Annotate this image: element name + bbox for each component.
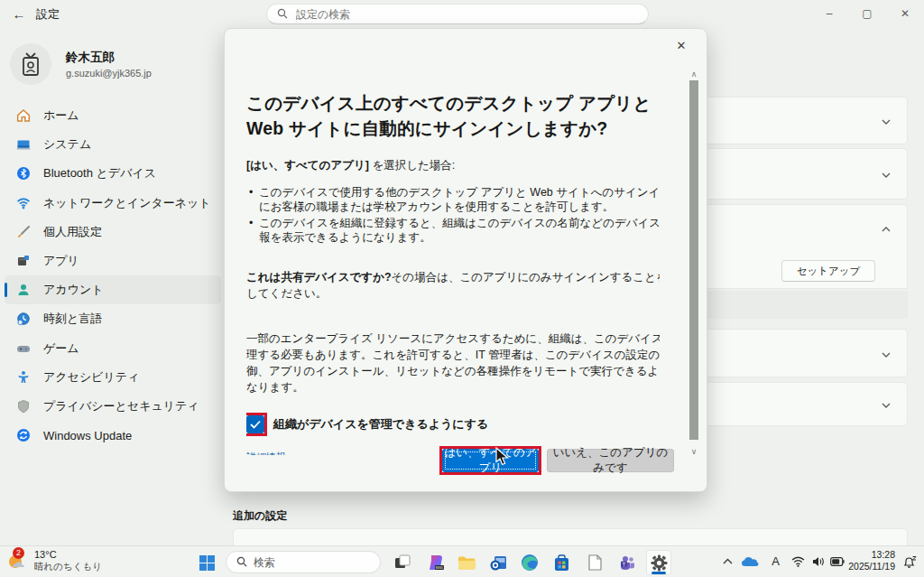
weather-text: 13°C 晴れのちくもり (34, 549, 102, 573)
teams-icon: T (618, 555, 636, 571)
user-name: 鈴木五郎 (66, 50, 152, 66)
bluetooth-icon (15, 166, 31, 181)
network-icon (15, 195, 31, 210)
bullet-line: このデバイスで使用する他のデスクトップ アプリと Web サイトへのサインイン (246, 185, 660, 200)
sidebar-item-privacy[interactable]: プライバシーとセキュリティ (5, 392, 221, 421)
settings-sidebar: 鈴木五郎 g.suzuki@yjk365.jp ホーム システム (0, 27, 226, 545)
notification-count-badge: 2 (13, 547, 24, 559)
sidebar-item-label: ネットワークとインターネット (43, 195, 211, 211)
bullet-line: このデバイスを組織に登録すると、組織はこのデバイスの名前などのデバイス情 (246, 216, 660, 230)
task-view-icon (394, 554, 411, 571)
weather-sun-cloud-icon: 2 (5, 550, 29, 573)
outlook-button[interactable] (485, 550, 511, 575)
back-button[interactable]: ← (7, 3, 31, 24)
file-explorer-button[interactable] (454, 550, 479, 575)
document-icon (588, 554, 602, 571)
document-button[interactable] (582, 550, 607, 575)
setup-button[interactable]: セットアップ (781, 260, 875, 282)
accessibility-icon (15, 369, 31, 385)
weather-widget[interactable]: 2 13°C 晴れのちくもり (5, 549, 102, 573)
apps-icon (15, 254, 31, 269)
microsoft-store-button[interactable] (549, 550, 574, 575)
settings-titlebar: ← 設定 – ▢ ✕ (0, 0, 924, 27)
dialog-close-button[interactable]: ✕ (669, 34, 694, 56)
taskbar-search-input[interactable] (226, 551, 381, 573)
dialog-scroll-area: このデバイス上のすべてのデスクトップ アプリと Web サイトに自動的にサインイ… (246, 70, 660, 456)
notification-bell-icon[interactable] (902, 555, 917, 569)
sidebar-item-personalization[interactable]: 個人用設定 (5, 218, 221, 247)
teams-button[interactable]: T (614, 550, 640, 575)
time-language-icon (15, 312, 31, 327)
close-button[interactable]: ✕ (886, 0, 924, 27)
scrollbar-up-icon[interactable]: ∧ (688, 70, 699, 79)
battery-icon[interactable] (830, 557, 845, 566)
microsoft-store-icon (553, 554, 570, 572)
onedrive-icon[interactable] (741, 555, 759, 567)
svg-text:M365: M365 (436, 566, 444, 570)
sidebar-item-label: ゲーム (43, 340, 79, 357)
sidebar-item-label: アプリ (43, 253, 79, 269)
accounts-icon (15, 283, 31, 298)
click-annotation-primary-button (439, 446, 541, 475)
sidebar-item-label: システム (43, 136, 91, 153)
sidebar-item-network[interactable]: ネットワークとインターネット (5, 189, 221, 218)
minimize-button[interactable]: – (810, 0, 848, 27)
start-button[interactable] (194, 550, 219, 575)
sidebar-item-apps[interactable]: アプリ (5, 247, 221, 275)
sidebar-item-system[interactable]: システム (5, 130, 221, 159)
profile-text: 鈴木五郎 g.suzuki@yjk365.jp (66, 50, 152, 79)
dialog-footer: はい、すべてのアプリ いいえ、このアプリのみです (225, 430, 707, 491)
home-icon (15, 108, 31, 124)
sidebar-item-windows-update[interactable]: Windows Update (5, 421, 221, 450)
scrollbar-thumb[interactable] (689, 80, 698, 440)
app-title: 設定 (36, 6, 60, 23)
sidebar-item-label: 時刻と言語 (43, 311, 102, 327)
additional-settings-heading: 追加の設定 (233, 508, 287, 524)
copilot-365-icon: M365 (428, 554, 446, 572)
tray-clock[interactable]: 13:28 2025/11/19 (848, 549, 895, 572)
sidebar-item-bluetooth[interactable]: Bluetooth とデバイス (5, 159, 221, 188)
sidebar-item-label: Bluetooth とデバイス (43, 165, 156, 181)
chevron-up-icon (881, 224, 892, 235)
settings-search (266, 4, 649, 24)
dialog-intro: [はい、すべてのアプリ] を選択した場合: (246, 158, 660, 172)
settings-gear-icon (651, 554, 668, 572)
windows-logo-icon (199, 555, 215, 571)
volume-icon[interactable] (812, 556, 825, 567)
sidebar-item-home[interactable]: ホーム (5, 101, 221, 130)
enterprise-paragraph: 一部のエンタープライズ リソースにアクセスするために、組織は、このデバイスを管 … (246, 330, 660, 396)
avatar (10, 43, 51, 85)
sidebar-item-accounts[interactable]: アカウント (5, 275, 221, 304)
sidebar-item-time-language[interactable]: 時刻と言語 (5, 304, 221, 333)
taskbar-search (226, 551, 381, 573)
no-this-app-only-button[interactable]: いいえ、このアプリのみです (547, 449, 674, 472)
sidebar-nav: ホーム システム Bluetooth とデバイス ネットワークとインターネット (5, 101, 221, 450)
edge-icon (521, 554, 539, 572)
sidebar-item-label: アカウント (43, 282, 104, 298)
dialog-title: このデバイス上のすべてのデスクトップ アプリと Web サイトに自動的にサインイ… (246, 90, 660, 141)
chevron-down-icon (881, 400, 892, 411)
file-explorer-icon (457, 555, 476, 571)
weather-temp: 13°C (34, 549, 102, 560)
chevron-down-icon (881, 116, 892, 127)
dialog-scrollbar[interactable]: ∧ ∨ (688, 70, 700, 456)
settings-search-input[interactable] (266, 4, 649, 24)
copilot-365-button[interactable]: M365 (424, 550, 449, 575)
signin-dialog: ✕ このデバイス上のすべてのデスクトップ アプリと Web サイトに自動的にサイ… (224, 28, 707, 492)
task-view-button[interactable] (390, 550, 415, 575)
wifi-icon[interactable] (791, 556, 805, 567)
sidebar-item-label: ホーム (43, 107, 79, 124)
user-profile[interactable]: 鈴木五郎 g.suzuki@yjk365.jp (10, 42, 217, 86)
tray-date: 2025/11/19 (848, 561, 895, 572)
maximize-button[interactable]: ▢ (848, 0, 886, 27)
sidebar-item-gaming[interactable]: ゲーム (5, 334, 221, 363)
tray-chevron-up-icon[interactable] (723, 558, 733, 565)
shared-device-paragraph: これは共有デバイスですか?その場合は、このアプリにのみサインインすることを検討 … (246, 269, 660, 302)
tray-time: 13:28 (848, 549, 895, 561)
settings-app-button[interactable] (646, 550, 671, 575)
ime-indicator[interactable]: A (772, 554, 780, 568)
sidebar-item-accessibility[interactable]: アクセシビリティ (5, 363, 221, 392)
sidebar-item-label: 個人用設定 (43, 224, 102, 240)
user-email: g.suzuki@yjk365.jp (66, 68, 152, 79)
edge-button[interactable] (517, 550, 542, 575)
